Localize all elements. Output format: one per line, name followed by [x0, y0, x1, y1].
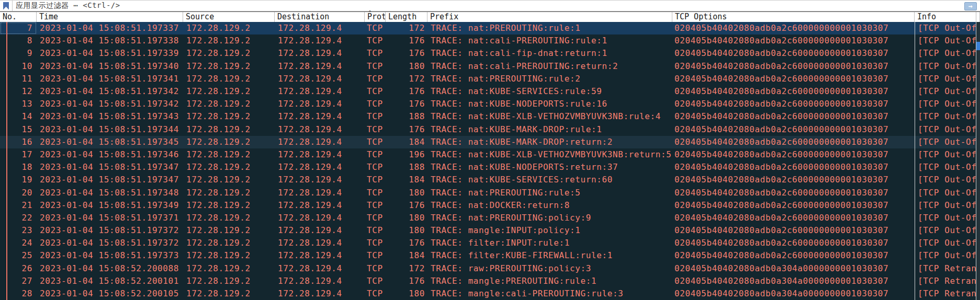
packet-no: 21	[0, 199, 37, 212]
packet-row[interactable]: 25 2023-01-04 15:08:51.197373 172.28.129…	[0, 249, 980, 262]
packet-row[interactable]: 22 2023-01-04 15:08:51.197371 172.28.129…	[0, 212, 980, 224]
packet-row[interactable]: 17 2023-01-04 15:08:51.197346 172.28.129…	[0, 148, 980, 161]
packet-prefix: TRACE: nat:KUBE-SERVICES:return:60	[427, 174, 672, 186]
vertical-scrollbar[interactable]	[976, 22, 980, 300]
packet-destination: 172.28.129.4	[275, 237, 365, 249]
packet-info: [TCP Out-Of	[915, 136, 976, 148]
packet-tcp-options: 020405b40402080adb0a304a0000000001030307	[672, 287, 915, 300]
packet-destination: 172.28.129.4	[275, 110, 365, 123]
apply-filter-button[interactable]: →	[964, 2, 977, 10]
packet-row[interactable]: 27 2023-01-04 15:08:52.200101 172.28.129…	[0, 275, 980, 287]
packet-row[interactable]: 7 2023-01-04 15:08:51.197337 172.28.129.…	[0, 22, 980, 34]
apply-arrow-icon: →	[968, 3, 973, 10]
packet-tcp-options: 020405b40402080adb0a2c600000000001030307	[672, 73, 915, 85]
packet-protocol: TCP	[365, 287, 386, 300]
packet-length: 172	[386, 262, 427, 275]
packet-destination: 172.28.129.4	[275, 47, 365, 60]
packet-row[interactable]: 14 2023-01-04 15:08:51.197343 172.28.129…	[0, 110, 980, 123]
packet-length: 188	[386, 161, 427, 174]
packet-protocol: TCP	[365, 161, 386, 174]
packet-info: [TCP Out-Of	[915, 174, 976, 186]
packet-prefix: TRACE: nat:KUBE-NODEPORTS:return:37	[427, 161, 672, 174]
packet-length: 180	[386, 212, 427, 224]
packet-tcp-options: 020405b40402080adb0a2c600000000001030307	[672, 98, 915, 110]
packet-row[interactable]: 15 2023-01-04 15:08:51.197344 172.28.129…	[0, 123, 980, 136]
packet-length: 176	[386, 47, 427, 60]
packet-row[interactable]: 23 2023-01-04 15:08:51.197372 172.28.129…	[0, 224, 980, 237]
filter-bookmark-button[interactable]	[0, 1, 13, 11]
packet-info: [TCP Out-Of	[915, 148, 976, 161]
column-header-protocol[interactable]: Prot.	[365, 12, 386, 22]
packet-info: [TCP Out-Of	[915, 187, 976, 199]
packet-tcp-options: 020405b40402080adb0a2c600000000001030307	[672, 110, 915, 123]
packet-time: 2023-01-04 15:08:51.197339	[37, 47, 183, 60]
packet-destination: 172.28.129.4	[275, 34, 365, 47]
packet-prefix: TRACE: nat:KUBE-MARK-DROP:return:2	[427, 136, 672, 148]
column-header-info[interactable]: Info	[915, 12, 976, 22]
packet-time: 2023-01-04 15:08:51.197340	[37, 60, 183, 73]
packet-destination: 172.28.129.4	[275, 161, 365, 174]
column-header-prefix[interactable]: Prefix	[427, 12, 672, 22]
packet-row[interactable]: 20 2023-01-04 15:08:51.197348 172.28.129…	[0, 186, 980, 199]
packet-row[interactable]: 24 2023-01-04 15:08:51.197372 172.28.129…	[0, 237, 980, 249]
packet-list-header: No. Time Source Destination Prot. Length…	[0, 11, 980, 22]
packet-protocol: TCP	[365, 174, 386, 186]
packet-info: [TCP Out-Of	[915, 224, 976, 237]
packet-time: 2023-01-04 15:08:51.197347	[37, 161, 183, 174]
packet-tcp-options: 020405b40402080adb0a2c600000000001030307	[672, 60, 915, 73]
packet-row[interactable]: 11 2023-01-04 15:08:51.197341 172.28.129…	[0, 73, 980, 85]
packet-prefix: TRACE: raw:PREROUTING:policy:3	[427, 262, 672, 275]
packet-row[interactable]: 19 2023-01-04 15:08:51.197347 172.28.129…	[0, 174, 980, 186]
packet-row[interactable]: 8 2023-01-04 15:08:51.197338 172.28.129.…	[0, 34, 980, 47]
wireshark-packet-list-window: 应用显示过滤器 ⋯ <Ctrl-/> → No. Time Source Des…	[0, 0, 980, 300]
packet-no: 18	[0, 161, 37, 174]
packet-prefix: TRACE: nat:KUBE-NODEPORTS:rule:16	[427, 98, 672, 110]
packet-time: 2023-01-04 15:08:51.197346	[37, 148, 183, 161]
packet-length: 188	[386, 110, 427, 123]
column-header-length[interactable]: Length	[386, 12, 427, 22]
display-filter-input[interactable]: 应用显示过滤器 ⋯ <Ctrl-/>	[16, 1, 120, 10]
scrollbar-thumb[interactable]	[976, 42, 980, 50]
packet-row[interactable]: 21 2023-01-04 15:08:51.197349 172.28.129…	[0, 199, 980, 212]
packet-info: [TCP Out-Of	[915, 123, 976, 136]
packet-prefix: TRACE: nat:KUBE-MARK-DROP:rule:1	[427, 123, 672, 136]
packet-destination: 172.28.129.4	[275, 199, 365, 212]
packet-prefix: TRACE: nat:cali-PREROUTING:rule:1	[427, 34, 672, 47]
packet-protocol: TCP	[365, 47, 386, 60]
packet-row[interactable]: 26 2023-01-04 15:08:52.200088 172.28.129…	[0, 262, 980, 275]
packet-prefix: TRACE: mangle:PREROUTING:rule:1	[427, 275, 672, 287]
column-header-source[interactable]: Source	[183, 12, 275, 22]
packet-no: 12	[0, 85, 37, 98]
packet-protocol: TCP	[365, 22, 386, 34]
packet-source: 172.28.129.2	[183, 47, 275, 60]
packet-no: 26	[0, 262, 37, 275]
packet-source: 172.28.129.2	[183, 224, 275, 237]
packet-row[interactable]: 13 2023-01-04 15:08:51.197342 172.28.129…	[0, 98, 980, 110]
packet-protocol: TCP	[365, 110, 386, 123]
packet-tcp-options: 020405b40402080adb0a2c600000000001030307	[672, 224, 915, 237]
packet-row[interactable]: 12 2023-01-04 15:08:51.197342 172.28.129…	[0, 85, 980, 98]
packet-tcp-options: 020405b40402080adb0a2c600000000001030307	[672, 148, 915, 161]
column-header-tcp-options[interactable]: TCP Options	[672, 12, 915, 22]
packet-no: 16	[0, 136, 37, 148]
packet-row[interactable]: 9 2023-01-04 15:08:51.197339 172.28.129.…	[0, 47, 980, 60]
packet-time: 2023-01-04 15:08:51.197341	[37, 73, 183, 85]
packet-prefix: TRACE: filter:KUBE-FIREWALL:rule:1	[427, 249, 672, 262]
packet-source: 172.28.129.2	[183, 85, 275, 98]
display-filter-bar[interactable]: 应用显示过滤器 ⋯ <Ctrl-/> →	[0, 0, 980, 11]
column-header-time[interactable]: Time	[37, 12, 183, 22]
packet-prefix: TRACE: nat:cali-PREROUTING:return:2	[427, 60, 672, 73]
packet-length: 180	[386, 60, 427, 73]
packet-protocol: TCP	[365, 262, 386, 275]
packet-no: 13	[0, 98, 37, 110]
column-header-no[interactable]: No.	[0, 12, 37, 22]
packet-row[interactable]: 28 2023-01-04 15:08:52.200105 172.28.129…	[0, 287, 980, 300]
packet-row[interactable]: 10 2023-01-04 15:08:51.197340 172.28.129…	[0, 60, 980, 73]
packet-row[interactable]: 18 2023-01-04 15:08:51.197347 172.28.129…	[0, 161, 980, 174]
packet-time: 2023-01-04 15:08:51.197371	[37, 212, 183, 224]
packet-no: 17	[0, 148, 37, 161]
packet-row[interactable]: 16 2023-01-04 15:08:51.197345 172.28.129…	[0, 136, 980, 148]
packet-source: 172.28.129.2	[183, 161, 275, 174]
column-header-destination[interactable]: Destination	[275, 12, 365, 22]
packet-no: 10	[0, 60, 37, 73]
